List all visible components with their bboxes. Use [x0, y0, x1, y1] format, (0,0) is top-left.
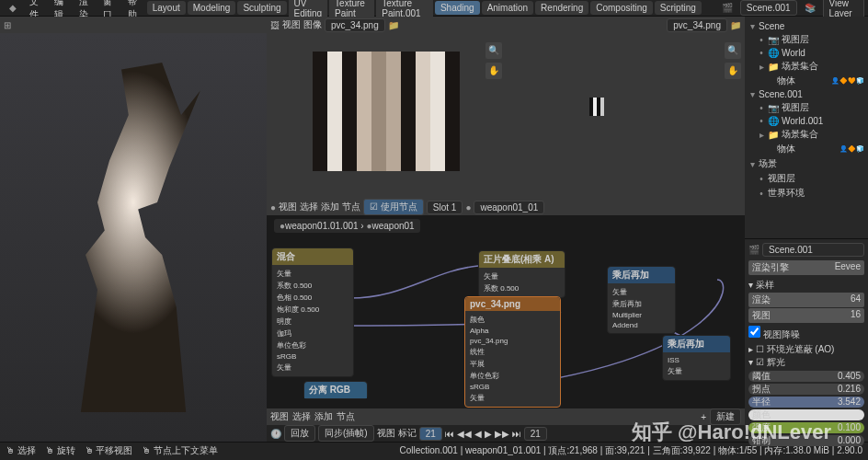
panel-ao[interactable]: ▸ ☐ 环境光遮蔽 (AO) [748, 343, 864, 356]
play-rev-icon[interactable]: ◀ [474, 429, 482, 439]
ws-animation[interactable]: Animation [482, 1, 533, 15]
layer-icon: 📚 [799, 1, 821, 15]
frame-current[interactable]: 21 [419, 427, 442, 441]
material-icon: ● [366, 221, 371, 231]
watermark: 知乎 @Haro!dNLever [632, 419, 831, 446]
img-file[interactable]: pvc_34.png [325, 18, 385, 32]
node-header[interactable]: 乘后再加 [663, 336, 730, 352]
img-view[interactable]: 视图 [282, 18, 301, 31]
play-icon[interactable]: ▶ [485, 429, 492, 439]
viewport-canvas[interactable] [0, 33, 267, 442]
outliner-row[interactable]: •视图层 [748, 171, 864, 186]
open-icon2[interactable]: 📁 [730, 20, 741, 30]
scene-name[interactable]: Scene.001 [762, 243, 864, 257]
sync[interactable]: 同步(插帧) [318, 425, 374, 442]
outliner-row[interactable]: •世界环境 [748, 186, 864, 201]
node-separate-rgb[interactable]: 分离 RGB [303, 381, 368, 399]
nh-select[interactable]: 选择 [300, 201, 318, 213]
node-image-texture[interactable]: pvc_34.png 颜色Alphapvc_34.png线性平展单位色彩sRGB… [464, 296, 561, 408]
outliner-row[interactable]: ▾Scene.001 [748, 88, 864, 100]
use-nodes-toggle[interactable]: ☑ 使用节点 [363, 199, 424, 215]
render-samples[interactable]: 64 [851, 293, 861, 306]
img-image[interactable]: 图像 [303, 18, 322, 31]
frame-end[interactable]: 21 [524, 427, 547, 441]
material-selector[interactable]: weapon01_01 [474, 201, 544, 214]
playback[interactable]: 回放 [284, 425, 315, 442]
outliner-row[interactable]: ▸📁场景集合 [748, 59, 864, 74]
nh-node[interactable]: 节点 [342, 201, 360, 213]
material-icon: ● [280, 221, 285, 231]
outliner-row[interactable]: ▾场景 [748, 156, 864, 171]
image-pane-left[interactable]: 🔍✋ [267, 33, 506, 199]
outliner-row[interactable]: ▸📁场景集合 [748, 127, 864, 142]
outliner-row[interactable]: 物体👤🔶🧊 [748, 142, 864, 156]
outliner-row[interactable]: •📷视图层 [748, 100, 864, 115]
outliner-row[interactable]: •📷视图层 [748, 32, 864, 47]
node-breadcrumb[interactable]: ● weapon01.01.001 › ● weapon01 [274, 219, 420, 233]
img-file2[interactable]: pvc_34.png [667, 18, 727, 32]
rendered-model [14, 63, 253, 412]
scene-icon: 🎬 [716, 1, 738, 15]
outliner-row[interactable]: ▾Scene [748, 20, 864, 32]
node-header[interactable]: 混合 [272, 248, 353, 265]
ws-layout[interactable]: Layout [147, 1, 186, 15]
editor-icon[interactable]: ● [270, 202, 276, 213]
node-editor-canvas[interactable]: ● weapon01.01.001 › ● weapon01 混合 矢量系数 0… [267, 215, 745, 408]
ws-shading[interactable]: Shading [435, 1, 480, 15]
material-icon: ● [465, 202, 471, 213]
scene-selector[interactable]: Scene.001 [740, 0, 797, 16]
node-mix[interactable]: 混合 矢量系数 0.500色相 0.500饱和度 0.500明度伽玛单位色彩sR… [271, 247, 354, 377]
panel-sampling[interactable]: ▾ 采样 [748, 279, 864, 292]
node-header[interactable]: 分离 RGB [304, 382, 367, 398]
hand-icon[interactable]: ✋ [485, 63, 502, 79]
node-header[interactable]: 正片叠底(相乘 A) [479, 251, 565, 268]
node-multiply[interactable]: 正片叠底(相乘 A) 矢量系数 0.500 [478, 250, 565, 298]
zoom-icon[interactable]: 🔍 [725, 42, 741, 59]
ws-compositing[interactable]: Compositing [590, 1, 653, 15]
hand-icon[interactable]: ✋ [725, 63, 741, 79]
node-editor-header: ● 视图 选择 添加 节点 ☑ 使用节点 Slot 1 ● weapon01_0… [267, 199, 745, 215]
image-editor-header: 🖼 视图 图像 pvc_34.png 📁 pvc_34.png 📁 [267, 17, 745, 33]
properties-panel: 🎬Scene.001 渲染引擎Eevee ▾ 采样 渲染64 视图16 视图降噪… [745, 239, 868, 442]
engine-select[interactable]: Eevee [835, 261, 861, 274]
outliner-row[interactable]: •🌐World [748, 47, 864, 59]
viewport-header: ⊞ [0, 17, 267, 33]
node-muladd1[interactable]: 乘后再加 矢量乘后再加MultiplierAddend [607, 266, 676, 334]
outliner-row[interactable]: 物体👤🔶🧡🧊 [748, 74, 864, 88]
panel-bloom[interactable]: ▾ ☑ 辉光 [748, 356, 864, 369]
top-menubar: ◆ 文件 编辑 渲染 窗口 帮助 Layout Modeling Sculpti… [0, 0, 868, 17]
ws-scripting[interactable]: Scripting [655, 1, 702, 15]
node-header[interactable]: pvc_34.png [465, 297, 560, 311]
image-pane-right[interactable]: 🔍✋ [507, 33, 746, 199]
jump-start-icon[interactable]: ⏮ [445, 429, 454, 439]
vp-samples[interactable]: 16 [851, 309, 861, 322]
viewport-3d[interactable]: ⊞ [0, 17, 267, 442]
editor-icon[interactable]: 🖼 [270, 20, 280, 30]
prev-key-icon[interactable]: ◀◀ [457, 429, 472, 439]
node-muladd2[interactable]: 乘后再加 ISS矢量 [662, 335, 731, 381]
ws-sculpting[interactable]: Sculpting [237, 1, 286, 15]
texture-small [589, 98, 604, 116]
nh-view[interactable]: 视图 [279, 201, 297, 213]
timeline-icon[interactable]: 🕐 [270, 429, 281, 439]
texture-stripes [313, 52, 460, 171]
open-icon[interactable]: 📁 [388, 20, 399, 30]
next-key-icon[interactable]: ▶▶ [495, 429, 509, 439]
zoom-icon[interactable]: 🔍 [485, 42, 502, 59]
editor-type-icon[interactable]: ⊞ [4, 20, 11, 30]
jump-end-icon[interactable]: ⏭ [512, 429, 521, 439]
scene-icon: 🎬 [748, 245, 760, 255]
ws-rendering[interactable]: Rendering [535, 1, 588, 15]
denoise-check[interactable] [748, 326, 760, 338]
node-header[interactable]: 乘后再加 [608, 267, 675, 283]
outliner-row[interactable]: •🌐World.001 [748, 115, 864, 127]
nh-add[interactable]: 添加 [321, 201, 339, 213]
ws-modeling[interactable]: Modeling [188, 1, 236, 15]
slot-selector[interactable]: Slot 1 [427, 201, 463, 214]
outliner[interactable]: ▾Scene•📷视图层•🌐World▸📁场景集合物体👤🔶🧡🧊▾Scene.001… [745, 17, 868, 239]
blender-logo-icon: ◆ [4, 1, 22, 15]
